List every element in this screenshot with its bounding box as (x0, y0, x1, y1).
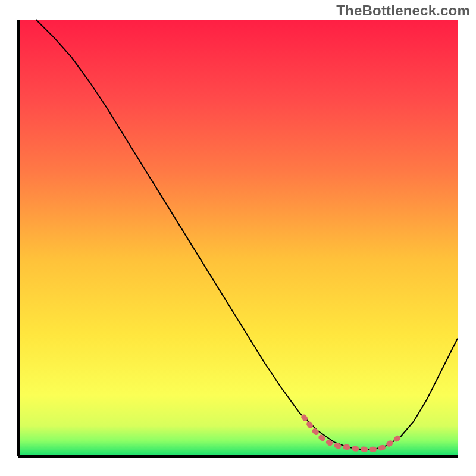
chart-container: TheBottleneck.com (0, 0, 476, 476)
plot-background (18, 20, 458, 456)
watermark-text: TheBottleneck.com (336, 2, 470, 19)
bottleneck-chart (0, 0, 476, 476)
